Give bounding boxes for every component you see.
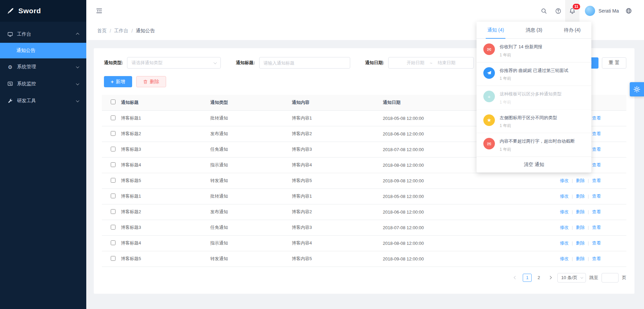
plus-icon: + — [483, 91, 495, 102]
title-label: 通知标题: — [236, 60, 255, 66]
row-checkbox[interactable] — [111, 240, 115, 245]
breadcrumb-home[interactable]: 首页 — [97, 28, 107, 34]
row-checkbox[interactable] — [111, 225, 115, 230]
sidebar-item-label: 研发工具 — [17, 98, 72, 104]
breadcrumb-separator: / — [110, 28, 111, 34]
next-page-button[interactable] — [546, 274, 554, 282]
prev-page-button[interactable] — [511, 274, 519, 282]
view-link[interactable]: 查看 — [592, 209, 601, 214]
sidebar-item-notice[interactable]: 通知公告 — [0, 43, 86, 58]
gear-icon: ⚙ — [7, 64, 13, 70]
sidebar-item-label: 系统监控 — [17, 81, 72, 87]
delete-link[interactable]: 删除 — [576, 256, 585, 261]
type-select[interactable]: 请选择通知类型 — [127, 57, 221, 69]
view-link[interactable]: 查看 — [592, 115, 601, 121]
cell-title: 博客标题5 — [121, 173, 210, 188]
cell-content: 博客内容1 — [292, 110, 383, 126]
view-link[interactable]: 查看 — [592, 240, 601, 246]
edit-link[interactable]: 修改 — [560, 194, 569, 199]
cell-content: 博客内容1 — [292, 188, 383, 204]
cell-title: 博客标题1 — [121, 188, 210, 204]
chevron-down-icon — [76, 99, 79, 102]
notification-item[interactable]: ✉ 你收到了 14 份新周报 1 年前 — [477, 39, 591, 62]
row-checkbox[interactable] — [111, 194, 115, 198]
globe-icon[interactable] — [622, 0, 636, 22]
breadcrumb-workbench[interactable]: 工作台 — [114, 28, 128, 34]
tab-notifications[interactable]: 通知 (4) — [477, 22, 515, 38]
select-all-checkbox[interactable] — [111, 99, 115, 104]
edit-link[interactable]: 修改 — [560, 240, 569, 246]
sidebar-item-label: 工作台 — [17, 31, 72, 37]
page-button-2[interactable]: 2 — [535, 274, 542, 282]
sidebar-item-system-manage[interactable]: ⚙ 系统管理 — [0, 58, 86, 75]
delete-link[interactable]: 删除 — [576, 225, 585, 230]
view-link[interactable]: 查看 — [592, 131, 601, 136]
edit-link[interactable]: 修改 — [560, 256, 569, 261]
sidebar-item-workbench[interactable]: 工作台 — [0, 26, 86, 43]
star-icon: ★ — [483, 114, 495, 126]
edit-link[interactable]: 修改 — [560, 178, 569, 183]
table-row: 博客标题4 指示通知 博客内容4 2018-08-08 12:00:00 修改|… — [102, 235, 626, 251]
view-link[interactable]: 查看 — [592, 225, 601, 230]
tab-todos[interactable]: 待办 (4) — [553, 22, 591, 38]
gear-icon — [633, 86, 640, 93]
row-checkbox[interactable] — [111, 178, 115, 183]
tab-messages[interactable]: 消息 (3) — [515, 22, 553, 38]
search-icon[interactable] — [537, 0, 551, 22]
title-input[interactable] — [259, 57, 350, 69]
reset-button[interactable]: 重 置 — [602, 57, 626, 69]
notification-item[interactable]: ✉ 内容不要超过两行字，超出时自动截断 1 年前 — [477, 133, 591, 157]
notification-panel: 通知 (4) 消息 (3) 待办 (4) ✉ 你收到了 14 份新周报 1 年前… — [477, 22, 591, 172]
row-checkbox[interactable] — [111, 147, 115, 151]
add-button[interactable]: + 新增 — [104, 76, 132, 87]
date-range-picker[interactable]: 开始日期 ~ 结束日期 — [388, 57, 474, 69]
notification-time: 1 年前 — [500, 76, 568, 81]
clear-notifications-button[interactable]: 清空 通知 — [477, 157, 591, 172]
row-checkbox[interactable] — [111, 209, 115, 214]
row-checkbox[interactable] — [111, 256, 115, 261]
notification-bell[interactable]: 11 — [565, 0, 579, 22]
theme-settings-button[interactable] — [630, 82, 644, 96]
sidebar-item-dev-tools[interactable]: 研发工具 — [0, 92, 86, 109]
monitor-icon — [7, 81, 13, 87]
username[interactable]: Serati Ma — [598, 8, 619, 14]
date-label: 通知日期: — [365, 60, 384, 66]
cell-type: 发布通知 — [210, 126, 292, 142]
cell-title: 博客标题4 — [121, 157, 210, 173]
view-link[interactable]: 查看 — [592, 147, 601, 152]
topbar-right: 11 Serati Ma — [537, 0, 636, 22]
app-logo[interactable]: Sword — [0, 0, 86, 22]
row-checkbox[interactable] — [111, 115, 115, 120]
breadcrumb-current: 通知公告 — [136, 28, 155, 34]
menu-fold-icon[interactable] — [92, 0, 106, 22]
edit-link[interactable]: 修改 — [560, 225, 569, 230]
notification-badge: 11 — [573, 4, 580, 10]
page-size-select[interactable]: 10 条/页 — [557, 273, 586, 283]
avatar[interactable] — [585, 6, 595, 16]
notification-item[interactable]: ★ 左侧图标用于区分不同的类型 1 年前 — [477, 110, 591, 133]
jump-page-input[interactable] — [602, 273, 619, 283]
view-link[interactable]: 查看 — [592, 256, 601, 261]
notification-time: 1 年前 — [500, 147, 575, 152]
chevron-down-icon — [214, 61, 217, 64]
view-link[interactable]: 查看 — [592, 194, 601, 199]
breadcrumb-separator: / — [131, 28, 133, 34]
view-link[interactable]: 查看 — [592, 162, 601, 167]
cell-date: 2018-05-08 12:00:00 — [383, 188, 485, 204]
row-checkbox[interactable] — [111, 162, 115, 167]
delete-button[interactable]: 删除 — [136, 76, 166, 87]
delete-link[interactable]: 删除 — [576, 178, 585, 183]
row-checkbox[interactable] — [111, 131, 115, 136]
cell-date: 2018-08-08 12:00:00 — [383, 235, 485, 251]
delete-link[interactable]: 删除 — [576, 194, 585, 199]
view-link[interactable]: 查看 — [592, 178, 601, 183]
sidebar-item-system-monitor[interactable]: 系统监控 — [0, 75, 86, 92]
help-icon[interactable] — [551, 0, 565, 22]
page-button-1[interactable]: 1 — [523, 274, 532, 282]
notification-item[interactable]: 你推荐的 曲妮妮 已通过第三轮面试 1 年前 — [477, 62, 591, 86]
delete-link[interactable]: 删除 — [576, 209, 585, 214]
cell-content: 博客内容4 — [292, 157, 383, 173]
delete-link[interactable]: 删除 — [576, 240, 585, 246]
edit-link[interactable]: 修改 — [560, 209, 569, 214]
notification-item[interactable]: + 这种模板可以区分多种通知类型 1 年前 — [477, 86, 591, 110]
